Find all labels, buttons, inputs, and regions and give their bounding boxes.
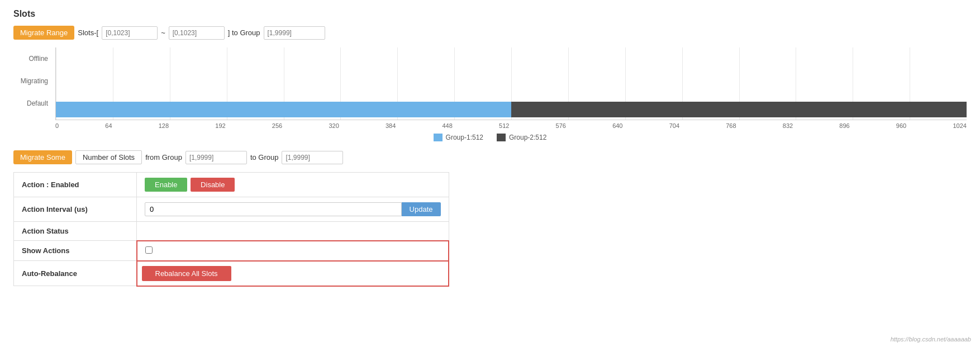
x-label-512: 512 xyxy=(499,122,509,129)
x-label-320: 320 xyxy=(329,122,339,129)
legend-box-group1 xyxy=(434,134,443,141)
tilde-label: ~ xyxy=(161,28,165,37)
show-actions-checkbox[interactable] xyxy=(145,246,153,254)
chart-x-axis: 0 64 128 192 256 320 384 448 512 576 640… xyxy=(55,120,967,129)
bracket-close-label: ] to Group xyxy=(228,28,260,37)
bar-group2 xyxy=(511,102,967,117)
y-label-migrating: Migrating xyxy=(21,77,48,85)
interval-input-group: Update xyxy=(145,202,441,216)
show-actions-row: Show Actions xyxy=(14,241,449,261)
auto-rebalance-row: Auto-Rebalance Rebalance All Slots xyxy=(14,261,449,286)
auto-rebalance-controls: Rebalance All Slots xyxy=(137,261,449,286)
x-label-128: 128 xyxy=(159,122,169,129)
y-label-offline: Offline xyxy=(29,55,48,63)
from-group-input[interactable] xyxy=(185,151,247,164)
action-enabled-label: Action : Enabled xyxy=(14,173,137,197)
rebalance-button[interactable]: Rebalance All Slots xyxy=(142,266,231,281)
action-status-value xyxy=(137,222,449,241)
slot-to-input[interactable] xyxy=(169,26,225,40)
x-label-0: 0 xyxy=(55,122,59,129)
page-title: Slots xyxy=(13,9,967,19)
update-button[interactable]: Update xyxy=(402,202,441,216)
legend-label-group1: Group-1:512 xyxy=(446,134,483,141)
x-label-192: 192 xyxy=(215,122,225,129)
chart-area xyxy=(55,47,967,120)
num-slots-button[interactable]: Number of Slots xyxy=(75,150,142,164)
to-group-input[interactable] xyxy=(282,151,343,164)
x-label-576: 576 xyxy=(556,122,566,129)
x-label-1024: 1024 xyxy=(953,122,966,129)
action-status-label: Action Status xyxy=(14,222,137,241)
to-group-label: to Group xyxy=(250,153,279,161)
legend-label-group2: Group-2:512 xyxy=(509,134,546,141)
x-label-832: 832 xyxy=(783,122,793,129)
show-actions-controls xyxy=(137,241,449,261)
x-label-768: 768 xyxy=(726,122,736,129)
chart-bars xyxy=(56,102,967,117)
from-group-label: from Group xyxy=(145,153,182,161)
action-interval-controls: Update xyxy=(137,197,449,222)
bar-group1 xyxy=(56,102,511,117)
action-status-row: Action Status xyxy=(14,222,449,241)
enable-button[interactable]: Enable xyxy=(145,178,187,192)
action-interval-label: Action Interval (us) xyxy=(14,197,137,222)
slots-prefix-label: Slots-[ xyxy=(78,28,98,37)
y-label-default: Default xyxy=(27,99,48,107)
slot-from-input[interactable] xyxy=(102,26,158,40)
x-label-256: 256 xyxy=(272,122,282,129)
action-interval-row: Action Interval (us) Update xyxy=(14,197,449,222)
legend-group2: Group-2:512 xyxy=(497,134,546,141)
action-enabled-row: Action : Enabled Enable Disable xyxy=(14,173,449,197)
x-label-704: 704 xyxy=(669,122,679,129)
migrate-to-group-input[interactable] xyxy=(264,26,325,40)
x-label-640: 640 xyxy=(612,122,622,129)
action-enabled-controls: Enable Disable xyxy=(137,173,449,197)
slot-chart: Offline Migrating Default xyxy=(13,47,967,129)
interval-input[interactable] xyxy=(145,202,402,216)
migrate-range-row: Migrate Range Slots-[ ~ ] to Group xyxy=(13,26,967,40)
x-label-448: 448 xyxy=(442,122,452,129)
show-actions-label: Show Actions xyxy=(14,241,137,261)
migrate-some-button[interactable]: Migrate Some xyxy=(13,150,72,164)
x-label-960: 960 xyxy=(896,122,906,129)
legend-box-group2 xyxy=(497,134,506,141)
migrate-range-button[interactable]: Migrate Range xyxy=(13,26,74,40)
legend-group1: Group-1:512 xyxy=(434,134,483,141)
action-table: Action : Enabled Enable Disable Action I… xyxy=(13,172,449,287)
auto-rebalance-label: Auto-Rebalance xyxy=(14,261,137,286)
chart-y-labels: Offline Migrating Default xyxy=(13,47,53,115)
disable-button[interactable]: Disable xyxy=(191,178,235,192)
migrate-some-row: Migrate Some Number of Slots from Group … xyxy=(13,150,967,164)
x-label-896: 896 xyxy=(839,122,849,129)
x-label-384: 384 xyxy=(386,122,396,129)
chart-legend: Group-1:512 Group-2:512 xyxy=(13,134,967,141)
x-label-64: 64 xyxy=(105,122,112,129)
